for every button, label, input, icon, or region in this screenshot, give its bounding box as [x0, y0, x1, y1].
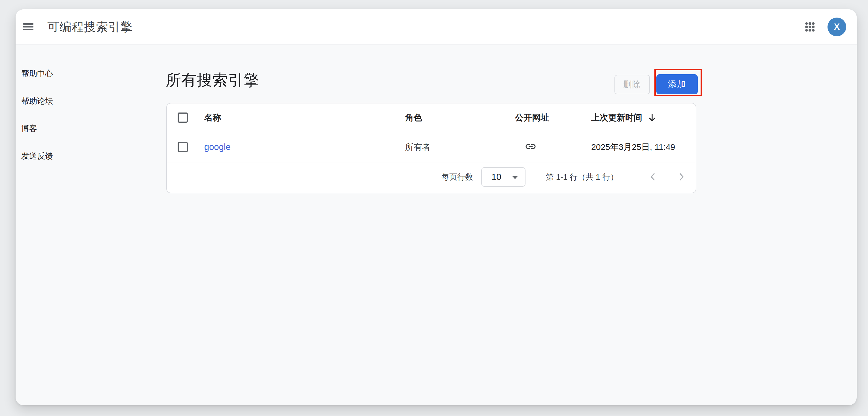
- table-footer: 每页行数 10 第 1-1 行（共 1 行）: [167, 162, 696, 191]
- rows-per-page-select[interactable]: 10: [481, 167, 526, 187]
- table-row: google 所有者 2025年3月25日, 11:49: [167, 132, 696, 162]
- pagination-range-label: 第 1-1 行（共 1 行）: [546, 162, 618, 191]
- app-window: 可编程搜索引擎 X 帮助中心 帮助论坛 博客 发送反馈 所有搜索引擎 删除 添加…: [16, 9, 857, 405]
- menu-bar: [23, 23, 33, 25]
- link-icon[interactable]: [525, 141, 536, 152]
- menu-bar: [23, 26, 33, 28]
- sidebar-item-help-forum[interactable]: 帮助论坛: [21, 96, 53, 107]
- next-page-icon[interactable]: [676, 171, 687, 182]
- search-engines-table: 名称 角色 公开网址 上次更新时间 google 所有者: [166, 103, 696, 193]
- add-button[interactable]: 添加: [656, 74, 698, 94]
- engine-role: 所有者: [405, 142, 431, 152]
- dropdown-caret-icon: [512, 176, 518, 179]
- apps-grid-icon[interactable]: [805, 22, 815, 32]
- page-title: 所有搜索引擎: [166, 70, 259, 91]
- column-header-public-url: 公开网址: [515, 112, 591, 124]
- menu-icon[interactable]: [23, 23, 33, 31]
- delete-button[interactable]: 删除: [615, 75, 650, 94]
- rows-per-page-label: 每页行数: [441, 162, 473, 191]
- app-title: 可编程搜索引擎: [47, 9, 132, 44]
- sort-descending-icon: [647, 113, 657, 122]
- app-bar: 可编程搜索引擎 X: [16, 9, 857, 44]
- avatar-letter: X: [834, 22, 840, 32]
- select-all-checkbox[interactable]: [178, 113, 188, 123]
- rows-per-page-value: 10: [492, 172, 501, 182]
- engine-name-link[interactable]: google: [204, 142, 230, 152]
- menu-bar: [23, 29, 33, 30]
- avatar[interactable]: X: [828, 18, 846, 36]
- column-header-last-updated[interactable]: 上次更新时间: [591, 112, 696, 124]
- sidebar-item-blog[interactable]: 博客: [21, 123, 37, 134]
- last-updated-value: 2025年3月25日, 11:49: [591, 141, 696, 153]
- column-header-name: 名称: [204, 112, 405, 124]
- column-header-last-updated-label: 上次更新时间: [591, 112, 642, 124]
- sidebar-item-help-center[interactable]: 帮助中心: [21, 68, 53, 79]
- sidebar-item-send-feedback[interactable]: 发送反馈: [21, 151, 53, 161]
- row-checkbox[interactable]: [178, 142, 188, 152]
- column-header-role: 角色: [405, 112, 515, 124]
- table-header-row: 名称 角色 公开网址 上次更新时间: [167, 103, 696, 132]
- previous-page-icon[interactable]: [647, 171, 659, 182]
